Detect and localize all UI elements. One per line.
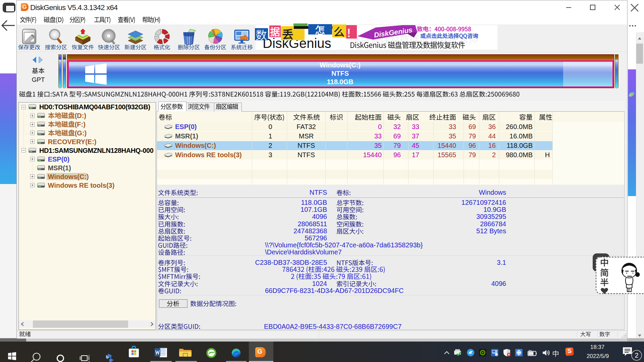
svg-text:2: 2 — [635, 352, 638, 359]
svg-text:in: in — [496, 354, 497, 356]
